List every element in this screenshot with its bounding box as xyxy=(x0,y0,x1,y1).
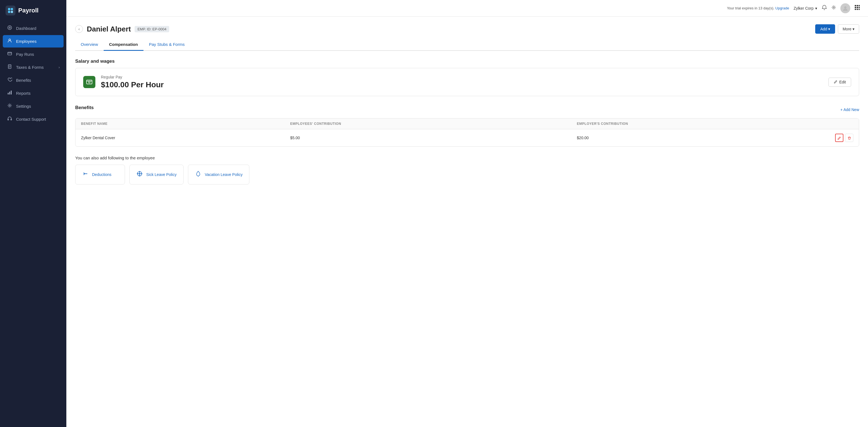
org-selector[interactable]: Zylker Corp ▾ xyxy=(794,6,817,10)
sidebar-item-label: Contact Support xyxy=(16,117,46,122)
back-arrow-icon: ‹ xyxy=(79,27,80,31)
main-area: Your trial expires in 13 day(s). Upgrade… xyxy=(66,0,868,427)
row-actions xyxy=(835,134,854,142)
salary-edit-button[interactable]: Edit xyxy=(829,77,851,87)
sidebar-item-label: Taxes & Forms xyxy=(16,65,44,70)
contact-support-icon xyxy=(7,116,13,122)
sidebar-item-benefits[interactable]: Benefits xyxy=(3,74,64,87)
sidebar: Payroll Dashboard Employees xyxy=(0,0,66,427)
tab-pay-stubs[interactable]: Pay Stubs & Forms xyxy=(144,39,190,51)
sidebar-item-employees[interactable]: Employees xyxy=(3,35,64,47)
svg-rect-23 xyxy=(855,9,856,10)
svg-rect-7 xyxy=(8,52,11,55)
col-employer-contribution: EMPLOYER'S CONTRIBUTION xyxy=(571,119,859,129)
pay-runs-icon xyxy=(7,51,13,58)
deductions-card[interactable]: Deductions xyxy=(75,165,125,185)
employees-icon xyxy=(7,38,13,44)
svg-rect-24 xyxy=(857,9,858,10)
svg-rect-21 xyxy=(857,7,858,8)
col-benefit-name: BENEFIT NAME xyxy=(75,119,285,129)
add-button[interactable]: Add ▾ xyxy=(815,24,835,34)
svg-point-27 xyxy=(89,81,90,83)
benefit-edit-button[interactable] xyxy=(835,134,843,142)
settings-icon xyxy=(7,103,13,109)
sidebar-item-settings[interactable]: Settings xyxy=(3,100,64,112)
svg-rect-26 xyxy=(87,80,92,84)
sidebar-item-dashboard[interactable]: Dashboard xyxy=(3,22,64,35)
salary-card: Regular Pay $100.00 Per Hour Edit xyxy=(75,68,859,96)
benefits-header: Benefits + Add New xyxy=(75,105,859,114)
reports-icon xyxy=(7,90,13,96)
svg-rect-20 xyxy=(855,7,856,8)
tab-compensation[interactable]: Compensation xyxy=(104,39,144,51)
sidebar-item-pay-runs[interactable]: Pay Runs xyxy=(3,48,64,61)
table-row: Zylker Dental Cover $5.00 $20.00 xyxy=(75,129,859,147)
vacation-leave-icon xyxy=(195,170,202,179)
sidebar-item-label: Pay Runs xyxy=(16,52,34,57)
topbar: Your trial expires in 13 day(s). Upgrade… xyxy=(66,0,868,17)
page-header-left: ‹ Daniel Alpert EMP. ID: EP-0004 xyxy=(75,25,169,33)
dashboard-icon xyxy=(7,25,13,32)
org-name: Zylker Corp xyxy=(794,6,813,10)
emp-id-badge: EMP. ID: EP-0004 xyxy=(135,26,169,32)
deductions-icon xyxy=(82,170,89,179)
edit-label: Edit xyxy=(839,80,846,84)
svg-rect-17 xyxy=(855,5,856,6)
tab-overview[interactable]: Overview xyxy=(75,39,104,51)
sidebar-item-label: Employees xyxy=(16,39,36,44)
svg-point-5 xyxy=(9,27,10,28)
benefit-delete-button[interactable] xyxy=(845,134,854,142)
svg-rect-19 xyxy=(859,5,860,6)
vacation-leave-label: Vacation Leave Policy xyxy=(205,172,243,177)
benefit-name: Zylker Dental Cover xyxy=(75,129,285,147)
sidebar-nav: Dashboard Employees Pay Runs xyxy=(0,22,66,427)
page-title: Daniel Alpert xyxy=(87,25,131,33)
topbar-icons xyxy=(822,3,860,13)
edit-pencil-icon xyxy=(834,80,838,85)
salary-section-title: Salary and wages xyxy=(75,59,859,64)
page-header-right: Add ▾ More ▾ xyxy=(815,24,859,34)
app-name: Payroll xyxy=(18,7,38,14)
sidebar-item-contact-support[interactable]: Contact Support xyxy=(3,113,64,125)
benefits-table: BENEFIT NAME EMPLOYEES' CONTRIBUTION EMP… xyxy=(75,118,859,147)
more-button[interactable]: More ▾ xyxy=(838,24,859,34)
sick-leave-card[interactable]: Sick Leave Policy xyxy=(129,165,184,185)
svg-rect-2 xyxy=(8,11,10,13)
policy-cards: Deductions Sick Leave Policy xyxy=(75,165,859,185)
salary-amount: $100.00 Per Hour xyxy=(101,80,823,89)
avatar[interactable] xyxy=(840,3,850,13)
sidebar-item-label: Dashboard xyxy=(16,26,36,31)
svg-rect-11 xyxy=(11,91,11,95)
taxes-forms-icon xyxy=(7,64,13,70)
sidebar-item-reports[interactable]: Reports xyxy=(3,87,64,99)
add-following-title: You can also add following to the employ… xyxy=(75,156,859,160)
salary-icon xyxy=(83,76,95,88)
add-new-benefit-button[interactable]: + Add New xyxy=(840,107,859,112)
employee-contribution: $5.00 xyxy=(285,129,571,147)
svg-point-15 xyxy=(833,7,835,8)
sidebar-item-label: Reports xyxy=(16,91,31,96)
gear-icon[interactable] xyxy=(831,5,836,11)
svg-point-4 xyxy=(8,26,11,30)
svg-rect-10 xyxy=(9,92,10,95)
svg-point-6 xyxy=(9,39,10,41)
svg-rect-3 xyxy=(11,11,13,13)
employer-contribution-value: $20.00 xyxy=(577,136,589,140)
bell-icon[interactable] xyxy=(822,5,827,11)
back-button[interactable]: ‹ xyxy=(75,25,83,33)
vacation-leave-card[interactable]: Vacation Leave Policy xyxy=(188,165,250,185)
svg-rect-18 xyxy=(857,5,858,6)
svg-rect-0 xyxy=(8,8,10,10)
benefits-icon xyxy=(7,77,13,84)
upgrade-link[interactable]: Upgrade xyxy=(775,6,789,10)
svg-rect-22 xyxy=(859,7,860,8)
grid-icon[interactable] xyxy=(854,4,860,12)
svg-rect-25 xyxy=(859,9,860,10)
logo-icon xyxy=(5,5,16,15)
sidebar-item-label: Benefits xyxy=(16,78,31,83)
taxes-forms-arrow: › xyxy=(59,65,60,69)
svg-point-16 xyxy=(844,6,846,8)
sidebar-item-label: Settings xyxy=(16,104,31,108)
sidebar-item-taxes-forms[interactable]: Taxes & Forms › xyxy=(3,61,64,73)
svg-point-12 xyxy=(9,105,10,106)
